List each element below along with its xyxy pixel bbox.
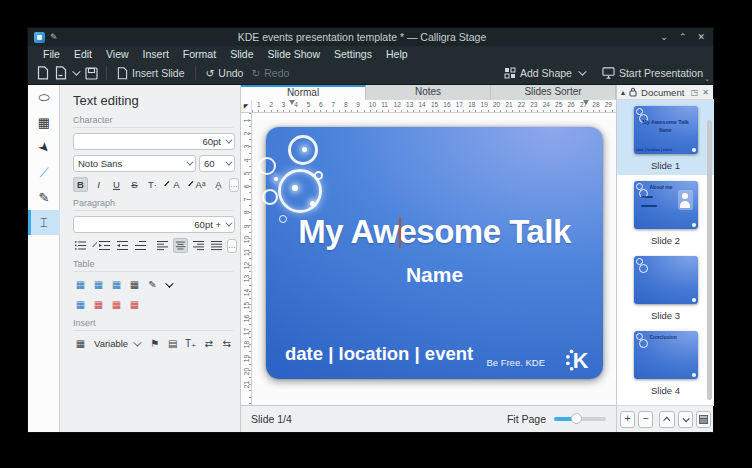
docker-close-icon[interactable]: ✕ bbox=[702, 88, 709, 97]
tab-notes[interactable]: Notes bbox=[366, 85, 491, 100]
increase-indent-button[interactable] bbox=[115, 238, 130, 253]
pin-icon[interactable]: ✎ bbox=[50, 32, 58, 42]
character-more-button[interactable]: … bbox=[229, 178, 239, 192]
menu-view[interactable]: View bbox=[99, 46, 136, 62]
zoom-slider-knob[interactable] bbox=[571, 413, 582, 424]
titlebar[interactable]: ✎ KDE events presentation template * — C… bbox=[28, 28, 713, 46]
slide-thumbnail[interactable]: My Awesome TalkNamedate | location | eve… bbox=[634, 106, 698, 154]
menu-insert[interactable]: Insert bbox=[136, 46, 176, 62]
split-cells-button[interactable]: ▦ bbox=[73, 297, 88, 312]
tab-slides-sorter[interactable]: Slides Sorter bbox=[491, 85, 616, 100]
horizontal-ruler[interactable]: 1234567891011121314151617181920212223242… bbox=[252, 100, 616, 113]
underline-button[interactable]: U bbox=[109, 177, 124, 192]
bookmark-icon[interactable]: ⚑ bbox=[147, 336, 162, 351]
paragraph-size-combo[interactable]: 60pt + bbox=[73, 216, 235, 233]
thumbnail-item-slide-4[interactable]: ConclusionSlide 4 bbox=[617, 325, 714, 400]
bold-button[interactable]: B bbox=[73, 177, 88, 192]
insert-table-button[interactable]: ▦ bbox=[73, 336, 88, 351]
delete-table-button[interactable]: ▦ bbox=[127, 297, 142, 312]
remove-slide-button[interactable]: − bbox=[638, 411, 653, 428]
menu-slide-show[interactable]: Slide Show bbox=[260, 46, 327, 62]
docker-scrollbar[interactable] bbox=[707, 120, 712, 400]
split-sections-icon[interactable]: ⇆ bbox=[219, 336, 234, 351]
slide-page[interactable]: My Awesome Talk Name date | location | e… bbox=[266, 127, 603, 379]
collapse-icon[interactable]: ▴ bbox=[621, 88, 625, 97]
slide-canvas[interactable]: My Awesome Talk Name date | location | e… bbox=[241, 113, 616, 405]
delete-row-button[interactable]: ▦ bbox=[91, 297, 106, 312]
font-family-combo[interactable]: Noto Sans bbox=[73, 155, 196, 172]
zoom-mode-label[interactable]: Fit Page bbox=[507, 413, 546, 425]
move-slide-down-button[interactable] bbox=[678, 411, 693, 428]
subscript-button[interactable]: Ḁ bbox=[211, 177, 226, 192]
border-pen-button-dropdown-icon[interactable] bbox=[165, 279, 173, 287]
thumbnail-view-button[interactable] bbox=[696, 411, 711, 428]
move-slide-up-button[interactable] bbox=[659, 411, 674, 428]
font-size-combo[interactable]: 60 bbox=[199, 155, 235, 172]
change-case-button[interactable]: T· bbox=[145, 177, 160, 192]
slide-subtitle-text[interactable]: Name bbox=[266, 263, 603, 287]
slide-thumbnail[interactable]: Conclusion bbox=[634, 331, 698, 379]
save-icon[interactable] bbox=[82, 64, 100, 82]
variable-label[interactable]: Variable bbox=[94, 338, 128, 349]
tab-normal[interactable]: Normal bbox=[241, 85, 366, 100]
list-style-button[interactable] bbox=[73, 238, 88, 253]
pointer-tool[interactable]: ➤ bbox=[28, 135, 60, 160]
add-shape-button[interactable]: Add Shape bbox=[500, 64, 588, 83]
strikethrough-button[interactable]: S bbox=[127, 177, 142, 192]
slide-footer-text[interactable]: date | location | event bbox=[285, 343, 473, 365]
first-line-indent-button[interactable] bbox=[133, 238, 148, 253]
align-center-button[interactable] bbox=[173, 238, 188, 253]
undo-button[interactable]: ↺ Undo bbox=[202, 64, 248, 83]
italic-button[interactable]: I bbox=[91, 177, 106, 192]
float-icon[interactable]: ◳ bbox=[691, 88, 699, 97]
menu-settings[interactable]: Settings bbox=[327, 46, 379, 62]
add-slide-button[interactable]: + bbox=[620, 411, 635, 428]
border-pen-button[interactable]: ✎ bbox=[145, 277, 160, 292]
merge-cells-button[interactable]: ▦ bbox=[127, 277, 142, 292]
delete-column-button[interactable]: ▦ bbox=[109, 297, 124, 312]
insert-row-above-button[interactable]: ▦ bbox=[73, 277, 88, 292]
slide-thumbnail[interactable] bbox=[634, 256, 698, 304]
menu-file[interactable]: File bbox=[36, 46, 67, 62]
start-presentation-button[interactable]: Start Presentation bbox=[598, 64, 707, 83]
insert-column-left-button[interactable]: ▦ bbox=[109, 277, 124, 292]
text-color-button[interactable]: A bbox=[169, 177, 184, 192]
superscript-button[interactable]: Aᵃ bbox=[193, 177, 208, 192]
thumbnail-item-slide-3[interactable]: Slide 3 bbox=[617, 250, 714, 325]
paragraph-style-combo[interactable]: 60pt bbox=[73, 133, 235, 150]
slide-title-text[interactable]: My Awesome Talk bbox=[266, 213, 603, 251]
align-left-button[interactable] bbox=[155, 238, 170, 253]
new-document-icon[interactable] bbox=[34, 64, 52, 82]
decrease-indent-button[interactable] bbox=[97, 238, 112, 253]
redo-button[interactable]: ↻ Redo bbox=[247, 64, 293, 83]
align-right-button[interactable] bbox=[191, 238, 206, 253]
freehand-path-tool[interactable]: ✎ bbox=[28, 185, 60, 210]
align-justify-button[interactable] bbox=[209, 238, 224, 253]
menu-help[interactable]: Help bbox=[379, 46, 415, 62]
table-tool[interactable]: ▦ bbox=[28, 110, 60, 135]
zoom-slider[interactable] bbox=[554, 417, 606, 421]
lock-icon[interactable] bbox=[629, 87, 637, 97]
slide-thumbnail[interactable]: About me bbox=[634, 181, 698, 229]
open-document-icon[interactable] bbox=[52, 64, 70, 82]
menu-slide[interactable]: Slide bbox=[223, 46, 260, 62]
paragraph-more-button[interactable]: … bbox=[227, 239, 237, 253]
maximize-icon[interactable]: ⌃ bbox=[679, 32, 687, 42]
ruler-corner[interactable]: ◤ bbox=[241, 100, 252, 113]
insert-slide-button[interactable]: Insert Slide bbox=[113, 64, 189, 83]
basic-shapes-tool[interactable]: ⬭ bbox=[28, 85, 60, 110]
minimize-icon[interactable]: ⌄ bbox=[660, 32, 668, 42]
text-style-icon[interactable]: T₊ bbox=[183, 336, 198, 351]
toolbar-overflow-icon[interactable]: ⌄ bbox=[704, 75, 710, 83]
insert-row-below-button[interactable]: ▦ bbox=[91, 277, 106, 292]
text-tool[interactable]: ⌶ bbox=[28, 210, 60, 235]
variable-dropdown-icon[interactable] bbox=[133, 338, 141, 346]
close-icon[interactable]: ✕ bbox=[697, 32, 705, 42]
open-dropdown-icon[interactable] bbox=[72, 67, 80, 75]
swap-direction-icon[interactable]: ⇄ bbox=[201, 336, 216, 351]
menu-format[interactable]: Format bbox=[176, 46, 223, 62]
section-icon[interactable]: ▤ bbox=[165, 336, 180, 351]
thumbnail-item-slide-1[interactable]: My Awesome TalkNamedate | location | eve… bbox=[617, 100, 714, 175]
menu-edit[interactable]: Edit bbox=[67, 46, 99, 62]
thumbnail-item-slide-2[interactable]: About meSlide 2 bbox=[617, 175, 714, 250]
